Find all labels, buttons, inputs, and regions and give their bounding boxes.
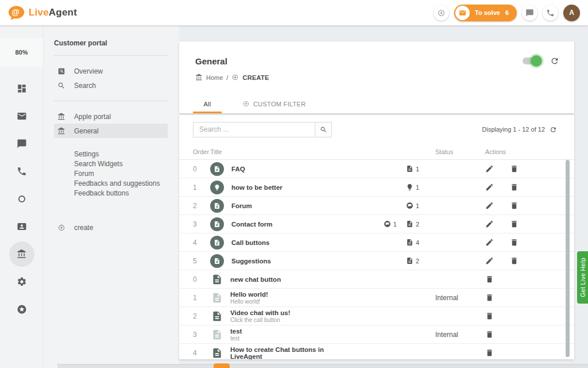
speech-bubble-logo-icon: @ bbox=[8, 5, 25, 21]
tab-label: All bbox=[203, 101, 211, 108]
scrollbar[interactable] bbox=[566, 160, 570, 357]
row-title[interactable]: new chat button bbox=[230, 276, 281, 283]
chat-widget-stub[interactable] bbox=[214, 363, 230, 368]
bank-icon bbox=[57, 113, 65, 121]
rail-item-dashboard[interactable] bbox=[9, 75, 34, 102]
sidebar-item-apple-portal[interactable]: Apple portal bbox=[54, 109, 168, 124]
category-row[interactable]: 4Call buttons4 bbox=[179, 233, 574, 252]
edit-icon[interactable] bbox=[485, 220, 494, 228]
row-title[interactable]: Contact form bbox=[231, 221, 273, 228]
article-icon bbox=[406, 220, 413, 228]
tab-custom-filter[interactable]: CUSTOM FILTER bbox=[239, 100, 310, 113]
row-title[interactable]: Suggestions bbox=[231, 258, 271, 264]
row-title[interactable]: How to create Chat buttons in LiveAgent bbox=[230, 346, 356, 360]
breadcrumb-create[interactable]: CREATE bbox=[242, 74, 269, 81]
rail-item-calls[interactable] bbox=[9, 158, 34, 185]
category-row[interactable]: 3Contact form12 bbox=[179, 215, 574, 233]
rail-item-badges[interactable] bbox=[9, 296, 34, 323]
search-box bbox=[193, 122, 332, 137]
delete-icon[interactable] bbox=[485, 330, 494, 339]
row-title[interactable]: Forum bbox=[231, 202, 252, 209]
row-order: 3 bbox=[193, 220, 210, 228]
category-row[interactable]: 0FAQ1 bbox=[179, 160, 574, 178]
content-table-card: Displaying 1 - 12 of 12 Order Title Stat… bbox=[179, 115, 574, 359]
delete-icon[interactable] bbox=[485, 312, 494, 320]
row-title[interactable]: Hello world! bbox=[230, 291, 268, 298]
sidebar-subitem-settings[interactable]: Settings bbox=[74, 150, 168, 159]
edit-icon[interactable] bbox=[485, 164, 494, 173]
calls-button[interactable] bbox=[543, 5, 558, 21]
delete-icon[interactable] bbox=[485, 348, 494, 357]
edit-icon[interactable] bbox=[485, 256, 494, 265]
mail-icon bbox=[17, 111, 27, 121]
category-row[interactable]: 5Suggestions2 bbox=[179, 252, 574, 270]
star-circle-icon bbox=[17, 304, 27, 315]
chats-button[interactable] bbox=[522, 5, 537, 21]
delete-icon[interactable] bbox=[510, 183, 519, 191]
search-icon bbox=[57, 82, 65, 90]
toggle-knob bbox=[531, 55, 542, 67]
article-row[interactable]: 0new chat button bbox=[179, 270, 574, 289]
row-title[interactable]: Call buttons bbox=[231, 239, 269, 246]
to-solve-button[interactable]: To solve 6 bbox=[454, 5, 517, 21]
article-row[interactable]: 1Hello world!Hello world!Internal bbox=[179, 289, 574, 307]
row-subtitle: Hello world! bbox=[230, 298, 268, 305]
delete-icon[interactable] bbox=[485, 293, 494, 302]
sidebar-create-button[interactable]: create bbox=[54, 220, 168, 235]
row-title[interactable]: Video chat with us! bbox=[230, 309, 291, 316]
article-row[interactable]: 2Video chat with us!Click the call butto… bbox=[179, 307, 574, 325]
rail-item-history[interactable] bbox=[9, 185, 34, 213]
sidebar-item-overview[interactable]: Overview bbox=[54, 64, 168, 78]
row-title[interactable]: FAQ bbox=[231, 166, 245, 172]
sidebar-subitem-feedbacks-and-suggestions[interactable]: Feedbacks and suggestions bbox=[74, 179, 168, 189]
plus-circle-icon bbox=[57, 224, 65, 232]
article-row[interactable]: 3testtestInternal bbox=[179, 325, 574, 344]
edit-icon[interactable] bbox=[485, 238, 494, 247]
delete-icon[interactable] bbox=[510, 201, 519, 210]
icon-rail: 80% bbox=[0, 25, 43, 368]
get-live-help-button[interactable]: Get Live Help bbox=[577, 251, 588, 304]
rail-item-chats[interactable] bbox=[9, 130, 34, 158]
refresh-icon[interactable] bbox=[550, 126, 557, 133]
sidebar-subitem-forum[interactable]: Forum bbox=[74, 169, 168, 179]
rail-item-settings[interactable] bbox=[9, 268, 34, 296]
portal-enabled-toggle[interactable] bbox=[523, 57, 540, 64]
rail-item-contacts[interactable] bbox=[9, 213, 34, 240]
overview-icon bbox=[57, 67, 65, 75]
search-button[interactable] bbox=[315, 122, 332, 137]
delete-icon[interactable] bbox=[485, 275, 494, 283]
rail-item-tickets[interactable] bbox=[9, 102, 34, 130]
sidebar-item-general[interactable]: General bbox=[54, 124, 168, 138]
refresh-icon[interactable] bbox=[550, 56, 559, 66]
row-title[interactable]: how to be better bbox=[231, 184, 283, 191]
delete-icon[interactable] bbox=[510, 220, 519, 228]
sidebar-item-label: General bbox=[74, 127, 99, 135]
category-avatar bbox=[210, 199, 224, 213]
sidebar-subitem-feedback-buttons[interactable]: Feedback buttons bbox=[74, 189, 168, 198]
delete-icon[interactable] bbox=[510, 164, 519, 173]
row-title[interactable]: test bbox=[230, 328, 242, 335]
usage-indicator[interactable]: 80% bbox=[0, 38, 43, 67]
tab-all[interactable]: All bbox=[193, 101, 222, 113]
category-avatar bbox=[210, 236, 224, 250]
category-row[interactable]: 1how to be better1 bbox=[179, 178, 574, 197]
minimized-chat-bar[interactable] bbox=[57, 364, 588, 368]
row-order: 1 bbox=[193, 183, 210, 191]
sidebar-subitem-search-widgets[interactable]: Search Widgets bbox=[74, 159, 168, 169]
delete-icon[interactable] bbox=[510, 238, 519, 247]
new-item-button[interactable] bbox=[434, 5, 449, 21]
edit-icon[interactable] bbox=[485, 183, 494, 191]
chat-icon bbox=[17, 139, 27, 149]
edit-icon[interactable] bbox=[485, 201, 494, 210]
sidebar-item-label: Apple portal bbox=[74, 113, 111, 121]
rail-item-customer-portal[interactable] bbox=[9, 241, 34, 267]
category-avatar bbox=[210, 181, 224, 194]
breadcrumb-home[interactable]: Home bbox=[206, 74, 223, 81]
delete-icon[interactable] bbox=[510, 256, 519, 265]
search-input[interactable] bbox=[193, 122, 315, 137]
sidebar-item-search[interactable]: Search bbox=[54, 78, 168, 93]
row-order: 4 bbox=[193, 349, 210, 357]
avatar[interactable]: A bbox=[563, 5, 580, 21]
category-row[interactable]: 2Forum1 bbox=[179, 197, 574, 215]
article-row[interactable]: 4How to create Chat buttons in LiveAgent bbox=[179, 344, 574, 359]
